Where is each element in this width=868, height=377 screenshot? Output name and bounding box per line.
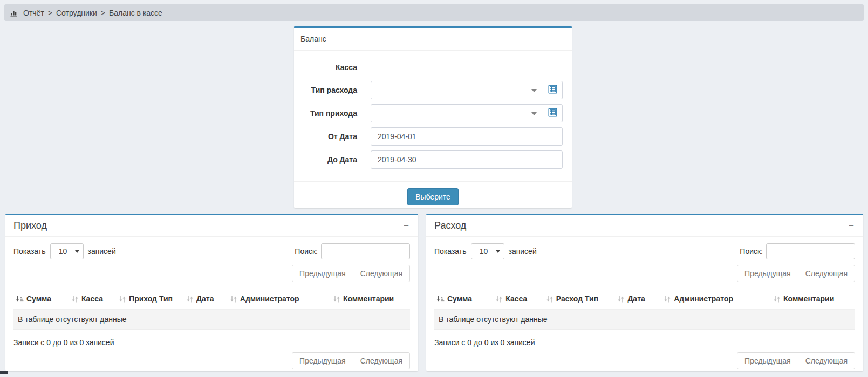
expense-col-comments[interactable]: Комментарии bbox=[771, 290, 855, 310]
expense-pagination-bottom: ПредыдущаяСледующая bbox=[434, 352, 855, 369]
income-panel-header: Приход − bbox=[5, 215, 418, 237]
search-label: Поиск: bbox=[740, 247, 763, 256]
bar-chart-icon bbox=[10, 9, 18, 17]
expense-panel-title: Расход bbox=[434, 220, 466, 231]
expense-records-info: Записи с 0 до 0 из 0 записей bbox=[434, 338, 855, 347]
balance-form: Касса Тип расхода bbox=[294, 51, 572, 177]
sort-both-icon bbox=[333, 296, 340, 304]
expense-table: Сумма Касса bbox=[434, 290, 855, 330]
expense-pagination-top: ПредыдущаяСледующая bbox=[434, 265, 855, 282]
records-label: записей bbox=[509, 247, 537, 256]
expense-next-button-top[interactable]: Следующая bbox=[798, 265, 855, 282]
income-next-button-bottom[interactable]: Следующая bbox=[353, 352, 410, 369]
column-label: Касса bbox=[81, 294, 103, 303]
sort-both-icon bbox=[71, 296, 79, 304]
sort-both-icon bbox=[546, 296, 553, 304]
expense-search-input[interactable] bbox=[766, 243, 855, 259]
sort-both-icon bbox=[617, 296, 625, 304]
expense-search: Поиск: bbox=[740, 243, 855, 259]
income-table-body: Показать 10 записей Поиск: ПредыдущаяСле… bbox=[5, 237, 418, 375]
kassa-label: Касса bbox=[300, 63, 357, 72]
caret-down-icon bbox=[496, 250, 500, 253]
income-records-info: Записи с 0 до 0 из 0 записей bbox=[13, 338, 410, 347]
column-label: Сумма bbox=[447, 294, 472, 303]
breadcrumb-item-cash-balance: Баланс в кассе bbox=[109, 9, 162, 17]
breadcrumb: Отчёт > Сотрудники > Баланс в кассе bbox=[4, 4, 864, 21]
income-page-size-select[interactable]: 10 bbox=[50, 243, 84, 259]
column-label: Дата bbox=[196, 294, 214, 303]
income-type-list-button[interactable] bbox=[543, 104, 563, 122]
expense-table-body: Показать 10 записей Поиск: ПредыдущаяСле… bbox=[426, 237, 863, 375]
empty-message: В таблице отсутствуют данные bbox=[434, 310, 855, 330]
column-label: Комментарии bbox=[783, 294, 834, 303]
income-prev-button-top[interactable]: Предыдущая bbox=[292, 265, 353, 282]
income-col-date[interactable]: Дата bbox=[184, 290, 228, 310]
income-col-type[interactable]: Приход Тип bbox=[117, 290, 184, 310]
income-prev-button-bottom[interactable]: Предыдущая bbox=[292, 352, 353, 369]
column-label: Приход Тип bbox=[129, 294, 173, 303]
expense-prev-button-bottom[interactable]: Предыдущая bbox=[737, 352, 798, 369]
date-to-label: До Дата bbox=[300, 155, 357, 164]
column-label: Администратор bbox=[240, 294, 299, 303]
column-label: Администратор bbox=[674, 294, 733, 303]
expense-col-date[interactable]: Дата bbox=[615, 290, 661, 310]
date-to-input[interactable] bbox=[371, 150, 563, 169]
select-button[interactable]: Выберите bbox=[407, 188, 459, 205]
expense-col-type[interactable]: Расход Тип bbox=[544, 290, 616, 310]
minus-icon[interactable]: − bbox=[848, 221, 855, 230]
income-type-label: Тип прихода bbox=[300, 109, 357, 118]
expense-prev-button-top[interactable]: Предыдущая bbox=[737, 265, 798, 282]
expense-type-select[interactable] bbox=[371, 81, 543, 99]
form-row-date-to: До Дата bbox=[300, 150, 563, 169]
list-icon bbox=[548, 85, 557, 95]
column-label: Расход Тип bbox=[556, 294, 598, 303]
date-from-input[interactable] bbox=[371, 127, 563, 146]
empty-message: В таблице отсутствуют данные bbox=[13, 310, 410, 330]
income-table-header-row: Сумма Касса bbox=[13, 290, 410, 310]
expense-page-size-select[interactable]: 10 bbox=[471, 243, 504, 259]
income-col-comments[interactable]: Комментарии bbox=[331, 290, 410, 310]
expense-type-list-button[interactable] bbox=[543, 81, 563, 99]
sort-both-icon bbox=[664, 296, 671, 304]
income-next-button-top[interactable]: Следующая bbox=[353, 265, 410, 282]
sort-both-icon bbox=[495, 296, 503, 304]
expense-empty-row: В таблице отсутствуют данные bbox=[434, 310, 855, 330]
show-label: Показать bbox=[434, 247, 467, 256]
expense-col-kassa[interactable]: Касса bbox=[493, 290, 544, 310]
expense-panel-header: Расход − bbox=[426, 215, 863, 237]
expense-col-admin[interactable]: Администратор bbox=[661, 290, 771, 310]
list-icon bbox=[548, 108, 557, 119]
balance-panel-title: Баланс bbox=[294, 28, 572, 51]
breadcrumb-item-employees[interactable]: Сотрудники bbox=[56, 9, 97, 17]
sort-amount-asc-icon bbox=[436, 296, 445, 304]
expense-col-sum[interactable]: Сумма bbox=[434, 290, 493, 310]
column-label: Сумма bbox=[26, 294, 51, 303]
expense-page-length: Показать 10 записей bbox=[434, 243, 537, 259]
sort-both-icon bbox=[186, 296, 194, 304]
caret-down-icon bbox=[531, 89, 537, 92]
income-table: Сумма Касса bbox=[13, 290, 410, 330]
form-row-expense-type: Тип расхода bbox=[300, 81, 563, 99]
income-search-input[interactable] bbox=[321, 243, 410, 259]
income-col-kassa[interactable]: Касса bbox=[69, 290, 117, 310]
income-col-admin[interactable]: Администратор bbox=[228, 290, 331, 310]
income-pagination-top: ПредыдущаяСледующая bbox=[13, 265, 410, 282]
income-panel: Приход − Показать 10 записей Поиск: Пред… bbox=[5, 214, 418, 371]
expense-panel: Расход − Показать 10 записей Поиск: Пред… bbox=[426, 214, 863, 371]
form-row-date-from: От Дата bbox=[300, 127, 563, 146]
column-label: Комментарии bbox=[343, 294, 394, 303]
income-search: Поиск: bbox=[295, 243, 410, 259]
income-page-length: Показать 10 записей bbox=[13, 243, 116, 259]
income-type-select[interactable] bbox=[371, 104, 543, 122]
bottom-left-artifact bbox=[0, 371, 8, 374]
breadcrumb-item-report[interactable]: Отчёт bbox=[23, 9, 44, 17]
sort-both-icon bbox=[119, 296, 126, 304]
income-col-sum[interactable]: Сумма bbox=[13, 290, 69, 310]
minus-icon[interactable]: − bbox=[402, 221, 410, 230]
form-row-kassa: Касса bbox=[300, 60, 563, 74]
expense-next-button-bottom[interactable]: Следующая bbox=[798, 352, 855, 369]
records-label: записей bbox=[88, 247, 116, 256]
date-from-label: От Дата bbox=[300, 132, 357, 141]
column-label: Дата bbox=[627, 294, 645, 303]
show-label: Показать bbox=[13, 247, 46, 256]
